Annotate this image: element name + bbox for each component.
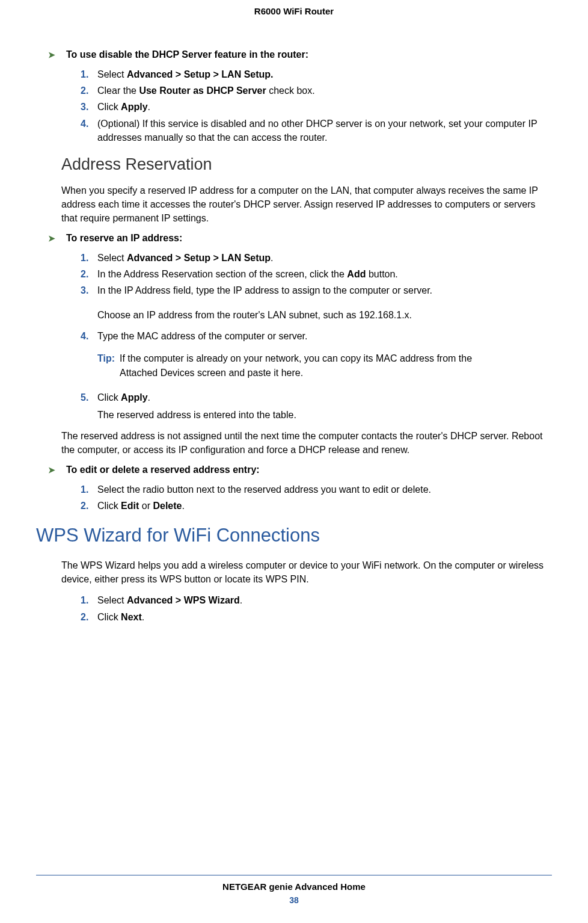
step-number: 1.: [81, 593, 97, 607]
step-number: 1.: [81, 67, 97, 81]
step5-subtext: The reserved address is entered into the…: [97, 408, 552, 422]
page-footer: NETGEAR genie Advanced Home 38: [0, 875, 588, 905]
arrow-icon: ➤: [48, 50, 55, 60]
list-item: 3. Click Apply.: [81, 100, 552, 114]
list-item: 1. Select Advanced > Setup > LAN Setup.: [81, 251, 552, 265]
reserve-ip-steps-cont: 4. Type the MAC address of the computer …: [81, 329, 552, 343]
list-item: 5. Click Apply.: [81, 390, 552, 404]
step-text: Click Edit or Delete.: [97, 499, 552, 513]
edit-delete-steps: 1. Select the radio button next to the r…: [81, 483, 552, 513]
list-item: 2. Click Next.: [81, 610, 552, 624]
heading-text: To reserve an IP address:: [66, 233, 182, 244]
section-title-address-reservation: Address Reservation: [61, 155, 552, 174]
step-text: Select the radio button next to the rese…: [97, 483, 552, 496]
address-reservation-intro: When you specify a reserved IP address f…: [61, 184, 552, 226]
list-item: 2. In the Address Reservation section of…: [81, 267, 552, 281]
arrow-icon: ➤: [48, 465, 55, 475]
footer-text: NETGEAR genie Advanced Home: [0, 881, 588, 892]
step-text: In the IP Address field, type the IP add…: [97, 283, 552, 297]
content: ➤ To use disable the DHCP Server feature…: [61, 49, 552, 624]
list-item: 1. Select the radio button next to the r…: [81, 483, 552, 496]
step-number: 2.: [81, 499, 97, 513]
wps-intro: The WPS Wizard helps you add a wireless …: [61, 558, 552, 586]
step-text: Click Next.: [97, 610, 552, 624]
footer-page-number: 38: [0, 895, 588, 905]
list-item: 2. Clear the Use Router as DHCP Server c…: [81, 84, 552, 97]
step-number: 5.: [81, 390, 97, 404]
heading-text: To use disable the DHCP Server feature i…: [66, 49, 308, 60]
step-text: (Optional) If this service is disabled a…: [97, 117, 552, 144]
arrow-icon: ➤: [48, 233, 55, 243]
tip-text: If the computer is already on your netwo…: [120, 351, 480, 379]
address-reservation-outro: The reserved address is not assigned unt…: [61, 429, 552, 457]
step-text: Type the MAC address of the computer or …: [97, 329, 552, 343]
list-item: 2. Click Edit or Delete.: [81, 499, 552, 513]
step-number: 2.: [81, 610, 97, 624]
step-text: Select Advanced > WPS Wizard.: [97, 593, 552, 607]
list-item: 4. Type the MAC address of the computer …: [81, 329, 552, 343]
wps-steps: 1. Select Advanced > WPS Wizard. 2. Clic…: [81, 593, 552, 623]
step-number: 1.: [81, 251, 97, 265]
list-item: 1. Select Advanced > WPS Wizard.: [81, 593, 552, 607]
list-item: 4. (Optional) If this service is disable…: [81, 117, 552, 144]
dhcp-disable-steps: 1. Select Advanced > Setup > LAN Setup. …: [81, 67, 552, 144]
heading-text: To edit or delete a reserved address ent…: [66, 465, 260, 475]
step-number: 4.: [81, 117, 97, 131]
step3-subtext: Choose an IP address from the router's L…: [97, 308, 552, 322]
step-text: Select Advanced > Setup > LAN Setup.: [97, 251, 552, 265]
step-number: 3.: [81, 100, 97, 114]
page-container: R6000 WiFi Router ➤ To use disable the D…: [0, 0, 588, 923]
section-title-wps-wizard: WPS Wizard for WiFi Connections: [36, 525, 552, 546]
list-item: 3. In the IP Address field, type the IP …: [81, 283, 552, 297]
procedure-heading-reserve-ip: ➤ To reserve an IP address:: [48, 233, 552, 244]
step-text: Select Advanced > Setup > LAN Setup.: [97, 67, 552, 81]
procedure-heading-dhcp-disable: ➤ To use disable the DHCP Server feature…: [48, 49, 552, 60]
list-item: 1. Select Advanced > Setup > LAN Setup.: [81, 67, 552, 81]
step-number: 1.: [81, 483, 97, 496]
step-number: 4.: [81, 329, 97, 343]
procedure-heading-edit-delete: ➤ To edit or delete a reserved address e…: [48, 465, 552, 475]
step-text: In the Address Reservation section of th…: [97, 267, 552, 281]
step-text: Click Apply.: [97, 390, 552, 404]
step-text: Clear the Use Router as DHCP Server chec…: [97, 84, 552, 97]
tip-block: Tip: If the computer is already on your …: [97, 351, 552, 379]
step-number: 3.: [81, 283, 97, 297]
reserve-ip-steps-cont2: 5. Click Apply.: [81, 390, 552, 404]
step-number: 2.: [81, 84, 97, 97]
step-text: Click Apply.: [97, 100, 552, 114]
page-header-title: R6000 WiFi Router: [36, 0, 552, 49]
reserve-ip-steps: 1. Select Advanced > Setup > LAN Setup. …: [81, 251, 552, 298]
step-number: 2.: [81, 267, 97, 281]
tip-label: Tip:: [97, 351, 115, 365]
footer-rule: [36, 875, 552, 875]
